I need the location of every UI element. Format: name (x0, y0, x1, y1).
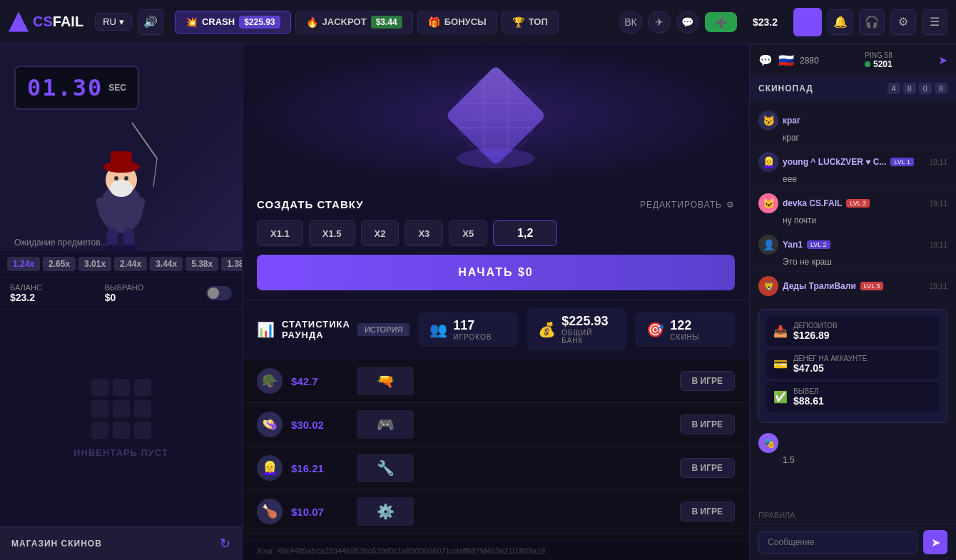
chat-icon: 💬 (758, 54, 773, 67)
tab-crash[interactable]: 💥 CRASH $225.93 (175, 11, 291, 34)
tab-crash-value: $225.93 (239, 16, 280, 29)
table-row: 👒 $30.02 🎮 В ИГРЕ (243, 403, 749, 447)
balance-val: $23.2 (10, 292, 42, 303)
chat-message: 🎭 1.5 (750, 429, 956, 470)
vk-icon[interactable]: ВК (619, 11, 642, 34)
in-game-button[interactable]: В ИГРЕ (680, 458, 735, 478)
bet-section: СОЗДАТЬ СТАВКУ РЕДАКТИРОВАТЬ ⚙ Х1.1 Х1.5… (243, 187, 749, 300)
telegram-icon[interactable]: ✈ (648, 11, 671, 34)
green-dot (865, 61, 870, 67)
crystal-svg (439, 58, 553, 173)
selected-label: ВЫБРАНО (105, 283, 144, 292)
weapon-img: 🔧 (357, 454, 671, 482)
in-game-button[interactable]: В ИГРЕ (680, 371, 735, 391)
chat-input[interactable] (758, 531, 917, 554)
chevron-down-icon: ▾ (119, 16, 124, 27)
character (75, 116, 168, 251)
chat-text: 1.5 (758, 455, 947, 465)
settings-button[interactable]: ⚙ (890, 9, 916, 35)
skinopad-num-1: 4 (888, 83, 900, 94)
hash-row: Хэш: 49c4485abca293446953bc639d0c1e85006… (243, 540, 749, 560)
table-row: 🪖 $42.7 🔫 В ИГРЕ (243, 360, 749, 403)
bank-icon: 💰 (538, 321, 556, 338)
skins-label: СКИНЫ (670, 333, 699, 341)
logo[interactable]: CSFAIL (9, 12, 83, 32)
deposit-button[interactable]: ➕ (705, 12, 737, 32)
svg-rect-5 (111, 151, 132, 169)
chat-time: 19:11 (930, 200, 947, 208)
hash-value: 49c4485abca293446953bc639d0c1e8500606071… (277, 546, 545, 555)
weapon-img: 🎮 (357, 410, 671, 439)
bet-title: СОЗДАТЬ СТАВКУ (257, 198, 364, 210)
tab-jackpot-label: JACKPOT (322, 16, 367, 27)
rules-link[interactable]: ПРАВИЛА (750, 506, 956, 524)
sliders-icon: ⚙ (726, 200, 735, 210)
online-count: 2880 (800, 56, 819, 66)
mult-btn-5[interactable]: Х5 (449, 220, 487, 246)
chat-username: devka CS.FAIL (783, 198, 842, 208)
multiplier-buttons: Х1.1 Х1.5 Х2 Х3 Х5 (257, 220, 735, 246)
chat-message: 👤 Yan1 LVL 2 19:11 Это не краш (750, 230, 956, 272)
chat-text: Это не краш (758, 257, 947, 267)
forward-icon[interactable]: ➤ (938, 54, 947, 67)
right-panel: 💬 🇷🇺 2880 PING 58 5201 ➤ СКИНОПАД 4 8 0 … (749, 44, 956, 560)
nav-tabs: 💥 CRASH $225.93 🔥 JACKPOT $3.44 🎁 БОНУСЫ… (175, 11, 559, 34)
mult-3: 3.01x (78, 257, 111, 271)
withdrawn-value: $88.61 (793, 395, 824, 407)
avatar[interactable] (793, 8, 822, 36)
table-row: 🪨 $10.03 🏆 В ИГРЕ (243, 534, 749, 540)
mult-btn-2[interactable]: Х1.5 (309, 220, 355, 246)
headset-button[interactable]: 🎧 (859, 9, 885, 35)
skins-icon: 🎯 (646, 321, 664, 338)
mult-6: 5.38x (185, 257, 218, 271)
in-game-button[interactable]: В ИГРЕ (680, 414, 735, 434)
menu-button[interactable]: ☰ (922, 9, 947, 35)
weapon-img: ⚙️ (357, 497, 671, 526)
header: CSFAIL RU ▾ 🔊 💥 CRASH $225.93 🔥 JACKPOT … (0, 0, 956, 44)
chat-messages: 😾 краг краг 👱‍♀️ young ^ LUCkZVER ♥ C...… (750, 101, 956, 506)
toggle[interactable] (206, 286, 232, 300)
chat-avatar: 🐱 (758, 193, 778, 213)
tab-bonusy[interactable]: 🎁 БОНУСЫ (417, 11, 497, 34)
mult-btn-4[interactable]: Х3 (405, 220, 443, 246)
svg-line-0 (132, 123, 157, 158)
notification-button[interactable]: 🔔 (828, 9, 853, 35)
player-avatar: 🪖 (257, 368, 283, 394)
main: 01.30 SEC (0, 44, 956, 560)
timer-sec: SEC (108, 83, 126, 93)
in-game-button[interactable]: В ИГРЕ (680, 502, 735, 521)
user-deposits-stat: 📥 ДЕПОЗИТОВ $126.89 (766, 317, 940, 346)
inv-slot (91, 422, 108, 439)
lang-select[interactable]: RU ▾ (95, 13, 132, 31)
sound-button[interactable]: 🔊 (138, 9, 163, 35)
skinopad-title: СКИНОПАД (758, 83, 813, 93)
mult-btn-3[interactable]: Х2 (361, 220, 400, 246)
tab-top-label: ТОП (529, 16, 548, 27)
inventory-area: ИНВЕНТАРЬ ПУСТ (0, 310, 242, 526)
discord-icon[interactable]: 💬 (676, 11, 699, 34)
history-badge[interactable]: ИСТОРИЯ (357, 323, 410, 336)
multiplier-input[interactable] (493, 220, 557, 246)
svg-point-21 (457, 148, 535, 168)
edit-button[interactable]: РЕДАКТИРОВАТЬ ⚙ (640, 200, 735, 210)
send-button[interactable]: ➤ (923, 530, 947, 554)
svg-line-1 (153, 158, 157, 187)
chat-username: young ^ LUCkZVER ♥ C... (783, 157, 886, 167)
chat-avatar: 😾 (758, 111, 778, 131)
shop-label: МАГАЗИН СКИНОВ (11, 539, 102, 549)
skins-value: 122 (670, 318, 699, 333)
deposit-icon: 📥 (773, 325, 788, 338)
bank-label: ОБЩИЙ БАНК (561, 329, 615, 345)
shop-button[interactable]: МАГАЗИН СКИНОВ ↻ (0, 526, 242, 560)
tab-crash-label: CRASH (202, 16, 235, 27)
inventory-empty-text: ИНВЕНТАРЬ ПУСТ (73, 447, 168, 458)
start-button[interactable]: НАЧАТЬ $0 (257, 255, 735, 290)
players-icon: 👥 (429, 321, 447, 338)
chat-message: 😾 краг краг (750, 106, 956, 148)
mult-btn-1[interactable]: Х1.1 (257, 220, 303, 246)
skinopad-header: СКИНОПАД 4 8 0 8 (750, 77, 956, 101)
chat-msg-header: 👱‍♀️ young ^ LUCkZVER ♥ C... LVL 1 19:11 (758, 152, 947, 172)
tab-top[interactable]: 🏆 ТОП (502, 11, 559, 34)
inv-slot (113, 422, 130, 439)
tab-jackpot[interactable]: 🔥 JACKPOT $3.44 (295, 11, 413, 34)
